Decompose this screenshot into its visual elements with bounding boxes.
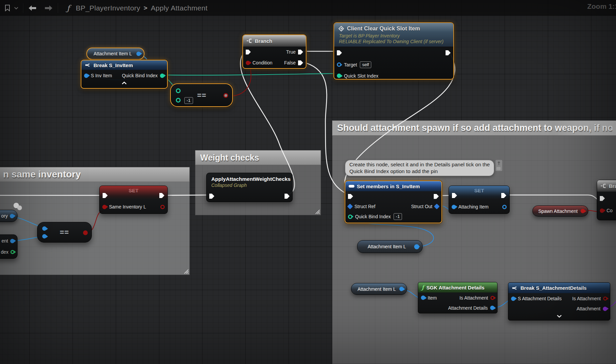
pin-exec-in[interactable]: [600, 196, 605, 201]
pin-exec-out[interactable]: [285, 194, 290, 199]
pin-output-bool[interactable]: [83, 230, 88, 235]
pin-output-object[interactable]: [10, 239, 15, 243]
default-value-box[interactable]: -1: [184, 97, 193, 104]
wire-bubbles-icon: [12, 202, 24, 211]
node-spawn-attachment[interactable]: Spawn Attachment: [532, 205, 588, 217]
graph-toolbar: ƒ BP_PlayerInventory > Apply Attachment …: [0, 0, 616, 16]
arrow-right-icon: [44, 5, 53, 11]
breadcrumb-current[interactable]: Apply Attachment: [151, 4, 208, 12]
wire-exec-branch-false-to-setmembers[interactable]: [302, 62, 350, 195]
bookmark-dropdown[interactable]: [12, 7, 20, 9]
pin-same-inventory[interactable]: [102, 205, 107, 209]
forward-button[interactable]: [42, 5, 55, 11]
pin-label: S Inv Item: [91, 73, 112, 78]
node-equals-top[interactable]: -1 ==: [170, 83, 233, 107]
pin-struct-out[interactable]: [434, 204, 440, 209]
node-set-same-inventory[interactable]: SET Same Inventory L: [99, 186, 168, 214]
pin-quick-slot-index[interactable]: [337, 74, 341, 78]
pin-input-a[interactable]: [176, 88, 181, 93]
pin-exec-in[interactable]: [348, 194, 353, 199]
node-sgk-attachment-details[interactable]: ƒ SGK Attachment Details Item Is Attachm…: [418, 282, 498, 313]
node-branch-right[interactable]: Bra Co: [597, 180, 616, 220]
pin-output-object[interactable]: [10, 214, 14, 218]
pin-output-object[interactable]: [414, 244, 419, 249]
pin-is-attachment[interactable]: [490, 296, 494, 300]
node-set-attaching-item[interactable]: SET Attaching Item: [449, 186, 510, 214]
pin-output-object[interactable]: [136, 52, 141, 56]
pin-quick-bind-index[interactable]: [348, 215, 352, 219]
bubble-option-icon[interactable]: [497, 167, 501, 170]
node-partial-inventory[interactable]: ory: [0, 210, 18, 222]
pin-exec-in[interactable]: [246, 50, 251, 55]
pin-exec-true[interactable]: [298, 50, 303, 55]
pin-condition[interactable]: [600, 208, 604, 213]
pin-exec-in[interactable]: [209, 194, 214, 199]
pin-item[interactable]: [421, 296, 425, 300]
expand-pins-icon[interactable]: [556, 314, 562, 318]
pin-s-attachment-details[interactable]: [511, 297, 515, 301]
node-attachment-item-bottom[interactable]: Attachment Item L: [351, 283, 407, 295]
wire-int-qbi-to-quickslot[interactable]: [158, 74, 339, 75]
pin-input-a[interactable]: [42, 226, 47, 231]
pin-attachment-details[interactable]: [490, 306, 494, 310]
pin-is-attachment[interactable]: [603, 297, 607, 301]
breadcrumb-root[interactable]: BP_PlayerInventory: [76, 4, 140, 12]
wire-exec-set-to-branch-right[interactable]: [508, 195, 603, 201]
pin-quick-bind-index[interactable]: [160, 74, 164, 78]
pin-label: Struct Ref: [354, 204, 375, 209]
node-header[interactable]: [100, 186, 167, 199]
equals-operator: ==: [197, 91, 207, 100]
set-members-icon: [349, 185, 354, 188]
pin-output-bool[interactable]: [223, 93, 228, 98]
node-attachment-item-top[interactable]: Attachment Item L: [86, 48, 144, 60]
node-subtitle: Collapsed Graph: [207, 182, 292, 188]
pin-exec-false[interactable]: [298, 60, 303, 65]
pin-attaching-item[interactable]: [452, 205, 456, 209]
collapse-pins-icon[interactable]: [121, 81, 127, 85]
node-header[interactable]: Client Clear Quick Slot Item Target is B…: [334, 23, 453, 47]
node-title: Branch: [255, 38, 272, 44]
pin-s-inv-item[interactable]: [84, 74, 88, 78]
node-attachment-item-mid[interactable]: Attachment Item L: [357, 240, 423, 253]
pin-exec-out[interactable]: [446, 50, 451, 55]
pin-input-b[interactable]: [176, 98, 181, 103]
pin-output-bool[interactable]: [160, 205, 165, 209]
node-apply-attachment-weight-checks[interactable]: ApplyAttachmentWeightChecks Collapsed Gr…: [206, 173, 293, 202]
break-struct-icon: [512, 286, 518, 290]
node-header[interactable]: [449, 186, 509, 199]
node-branch[interactable]: Branch True Condition False: [242, 34, 306, 69]
node-set-members-s-invitem[interactable]: Set members in S_InvItem Struct Ref Stru…: [345, 180, 442, 223]
variable-label: Attachment Item L: [357, 286, 396, 292]
toolbar-divider: [58, 3, 58, 13]
pin-attachment[interactable]: [603, 307, 607, 311]
node-header[interactable]: Set members in S_InvItem: [345, 181, 441, 191]
pin-struct-ref[interactable]: [347, 204, 353, 209]
back-button[interactable]: [26, 5, 39, 11]
node-header[interactable]: ƒ SGK Attachment Details: [418, 282, 497, 292]
pin-condition[interactable]: [246, 61, 250, 65]
node-header[interactable]: Branch: [243, 35, 306, 47]
pin-target[interactable]: [337, 62, 341, 67]
blueprint-graph-canvas[interactable]: n same inventory Weight checks Should at…: [0, 0, 616, 364]
pin-label: dex: [1, 249, 8, 255]
node-header[interactable]: Break S_AttachmentDetails: [508, 283, 610, 293]
pin-exec-in[interactable]: [337, 50, 342, 55]
pin-output-int[interactable]: [10, 250, 15, 254]
node-break-s-attachmentdetails[interactable]: Break S_AttachmentDetails S Attachment D…: [508, 282, 610, 320]
pin-output-object[interactable]: [502, 205, 507, 209]
node-partial-item[interactable]: ent dex: [0, 234, 18, 259]
node-break-s-invitem[interactable]: Break S_InvItem S Inv Item Quick Bind In…: [81, 60, 168, 89]
node-header[interactable]: Break S_InvItem: [81, 60, 167, 70]
node-equals-left[interactable]: ==: [37, 222, 92, 243]
pin-bubble-icon[interactable]: [497, 161, 501, 166]
pin-output-bool[interactable]: [581, 209, 585, 213]
pin-input-b[interactable]: [42, 234, 47, 239]
node-header[interactable]: Bra: [597, 180, 616, 192]
bookmark-button[interactable]: [3, 5, 12, 11]
pin-exec-out[interactable]: [434, 194, 439, 199]
target-value-box[interactable]: self: [360, 61, 371, 68]
wire-exec-set-to-aawc[interactable]: [163, 195, 210, 195]
pin-output-object[interactable]: [399, 287, 404, 291]
node-client-clear-quick-slot-item[interactable]: Client Clear Quick Slot Item Target is B…: [333, 22, 454, 80]
quick-bind-value-box[interactable]: -1: [394, 213, 402, 220]
